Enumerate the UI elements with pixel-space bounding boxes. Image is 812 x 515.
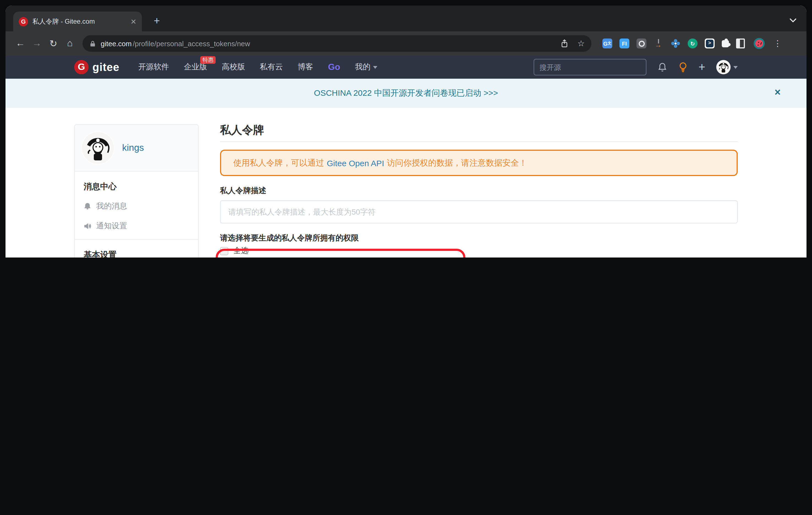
site-header: G gitee 开源软件企业版特惠高校版私有云博客Go我的 +	[5, 56, 807, 79]
sidebar-section: 消息中心我的消息通知设置	[75, 172, 198, 239]
username-link[interactable]: kings	[122, 143, 144, 153]
terminal-icon[interactable]: >	[705, 38, 715, 49]
page-title: 私人令牌	[220, 124, 738, 142]
sidebar-section: 基本设置帐号管理个人资料邮箱管理我的邮递地址代码风格仓库首选项	[75, 239, 198, 258]
font-tool-icon[interactable]: FI	[619, 38, 629, 49]
checkbox-全选[interactable]	[220, 247, 228, 255]
settings-sidebar: kings 消息中心我的消息通知设置基本设置帐号管理个人资料邮箱管理我的邮递地址…	[74, 124, 199, 258]
sidebar-item-label: 我的消息	[96, 201, 127, 211]
site-search-input[interactable]	[533, 59, 646, 76]
nav-item-博客[interactable]: 博客	[298, 62, 313, 72]
lightbulb-icon[interactable]	[678, 62, 687, 73]
gitee-logo-icon: G	[74, 60, 89, 74]
browser-toolbar: ← → ↻ ⌂ gitee.com /profile/personal_acce…	[5, 31, 807, 56]
gitee-favicon-icon: G	[19, 17, 28, 26]
announcement-banner: OSCHINA 2022 中国开源开发者问卷现已启动 >>> ×	[5, 79, 807, 108]
bell-icon	[84, 202, 91, 210]
url-bar[interactable]: gitee.com /profile/personal_access_token…	[83, 35, 591, 52]
browser-window: G 私人令牌 - Gitee.com ✕ + ← → ↻ ⌂ gitee.com…	[5, 5, 807, 258]
sidebar-section-title: 基本设置	[75, 243, 198, 258]
translate-icon[interactable]: G文	[602, 38, 612, 49]
permission-row-user_info: user_info访问你的个人信息、最新动态等	[220, 256, 528, 258]
home-icon[interactable]: ⌂	[63, 38, 77, 49]
url-host: gitee.com	[101, 39, 132, 48]
nav-item-企业版[interactable]: 企业版特惠	[184, 62, 207, 72]
pinwheel-icon[interactable]	[671, 38, 680, 49]
browser-menu-icon[interactable]: ⋮	[774, 38, 782, 49]
share-icon[interactable]	[560, 39, 569, 48]
open-api-link[interactable]: Gitee Open API	[327, 158, 384, 168]
forward-icon[interactable]: →	[30, 38, 44, 49]
camera-icon[interactable]	[637, 38, 646, 49]
permission-name[interactable]: 全选	[233, 246, 302, 256]
url-path: /profile/personal_access_tokens/new	[133, 39, 250, 48]
token-desc-input[interactable]	[220, 200, 738, 223]
nav-item-开源软件[interactable]: 开源软件	[138, 62, 169, 72]
screen: G 私人令牌 - Gitee.com ✕ + ← → ↻ ⌂ gitee.com…	[0, 0, 812, 258]
permission-description: 访问你的个人信息、最新动态等	[302, 257, 410, 258]
promo-badge: 特惠	[200, 56, 216, 64]
sidebar-item-通知设置[interactable]: 通知设置	[75, 216, 198, 236]
security-notice: 使用私人令牌，可以通过 Gitee Open API 访问你授权的数据，请注意数…	[220, 150, 738, 176]
sync-icon[interactable]: ↻	[688, 38, 698, 49]
nav-item-Go[interactable]: Go	[328, 62, 340, 72]
banner-link[interactable]: OSCHINA 2022 中国开源开发者问卷现已启动 >>>	[314, 88, 498, 98]
back-icon[interactable]: ←	[13, 38, 28, 49]
banner-close-icon[interactable]: ×	[775, 86, 781, 98]
nav-item-高校版[interactable]: 高校版	[222, 62, 245, 72]
pirate-avatar[interactable]	[81, 132, 114, 165]
main-panel: 私人令牌 使用私人令牌，可以通过 Gitee Open API 访问你授权的数据…	[220, 124, 738, 258]
notifications-bell-icon[interactable]	[657, 62, 667, 73]
tab-strip-chevron-icon[interactable]	[789, 15, 796, 25]
extension-icons: G文FI→↻>	[602, 38, 745, 49]
sidebar-item-我的消息[interactable]: 我的消息	[75, 196, 198, 216]
browser-tab[interactable]: G 私人令牌 - Gitee.com ✕	[13, 11, 142, 31]
lock-icon	[89, 39, 96, 48]
tab-title: 私人令牌 - Gitee.com	[32, 17, 126, 26]
avatar-caret-icon	[733, 66, 738, 68]
permissions-label: 请选择将要生成的私人令牌所拥有的权限	[220, 233, 738, 243]
sidebar-section-title: 消息中心	[75, 175, 198, 196]
profile-card: kings	[75, 125, 198, 172]
bookmark-star-icon[interactable]: ☆	[577, 38, 585, 49]
chevron-down-icon	[373, 66, 378, 69]
user-avatar[interactable]	[716, 60, 738, 74]
puzzle-icon[interactable]	[722, 40, 729, 47]
gitee-logo[interactable]: G gitee	[74, 60, 119, 74]
main-nav: 开源软件企业版特惠高校版私有云博客Go我的	[138, 62, 377, 72]
permission-row-全选: 全选	[220, 246, 528, 256]
tab-strip: G 私人令牌 - Gitee.com ✕ +	[5, 5, 807, 31]
clipper-icon[interactable]: →	[654, 38, 664, 49]
nav-item-私有云[interactable]: 私有云	[260, 62, 283, 72]
token-desc-label: 私人令牌描述	[220, 186, 738, 196]
reader-icon[interactable]	[736, 38, 745, 49]
sidebar-item-label: 通知设置	[96, 221, 127, 231]
nav-item-我的[interactable]: 我的	[355, 62, 378, 72]
volume-icon	[84, 222, 91, 230]
permissions-list: 全选user_info访问你的个人信息、最新动态等projects查看、创建、更…	[220, 246, 528, 258]
profile-avatar-icon[interactable]	[754, 38, 765, 49]
new-tab-button[interactable]: +	[150, 14, 164, 28]
create-new-icon[interactable]: +	[698, 62, 705, 72]
page-content: kings 消息中心我的消息通知设置基本设置帐号管理个人资料邮箱管理我的邮递地址…	[5, 108, 807, 258]
tab-close-icon[interactable]: ✕	[130, 17, 137, 26]
reload-icon[interactable]: ↻	[46, 38, 60, 49]
